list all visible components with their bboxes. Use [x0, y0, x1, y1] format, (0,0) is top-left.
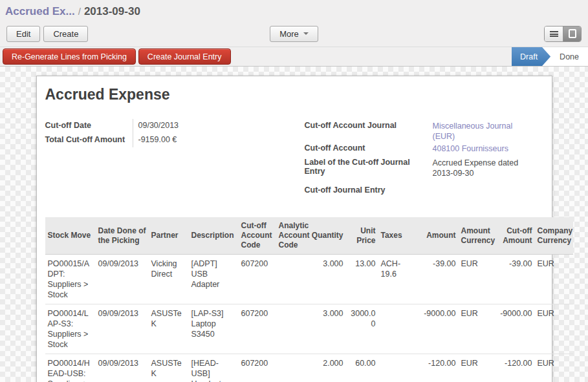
toolbar: Edit Create More: [0, 21, 588, 47]
table-cell: [276, 354, 309, 382]
table-cell: [276, 304, 309, 354]
table-row[interactable]: PO00014/HEAD-USB: Suppliers > Stock09/09…: [45, 354, 573, 382]
column-header[interactable]: Cut-off Account Code: [239, 217, 276, 255]
form-sheet: Accrued Expense Cut-off Date09/30/2013To…: [36, 76, 552, 382]
column-header[interactable]: Company Currency: [535, 217, 573, 255]
chevron-down-icon: [303, 32, 309, 35]
table-cell: 09/09/2013: [96, 304, 149, 354]
field-value: Accrued Expense dated 2013-09-30: [433, 156, 530, 178]
status-done[interactable]: Done: [550, 47, 588, 66]
form-view-button[interactable]: [563, 27, 581, 41]
table-cell: ASUSTeK: [149, 354, 189, 382]
table-cell: 2.000: [309, 354, 346, 382]
toolbar-right: [544, 26, 582, 42]
field-label: Label of the Cut-off Journal Entry: [305, 156, 433, 178]
table-cell: EUR: [459, 354, 496, 382]
table-cell: -9000.00: [496, 304, 535, 354]
table-cell: 3.000: [309, 255, 346, 304]
page-title: Accrued Expense: [45, 86, 552, 103]
table-cell: 607200: [239, 255, 276, 304]
status-draft[interactable]: Draft: [512, 47, 550, 66]
field-label: Cut-off Account Journal: [305, 119, 433, 142]
table-cell: [378, 304, 417, 354]
table-cell: ASUSTeK: [149, 304, 189, 354]
table-cell: 3000.00: [346, 304, 378, 354]
field-groups: Cut-off Date09/30/2013Total Cut-off Amou…: [45, 119, 552, 198]
table-cell: Vicking Direct: [149, 255, 189, 304]
field-label: Cut-off Date: [45, 119, 133, 133]
field-row: Cut-off Account JournalMiscellaneous Jou…: [305, 119, 552, 142]
field-label: Cut-off Journal Entry: [305, 184, 433, 198]
field-value: 09/30/2013: [133, 119, 294, 133]
field-row: Total Cut-off Amount-9159.00 €: [45, 133, 294, 147]
field-row: Cut-off Account408100 Fournisseurs: [305, 142, 552, 156]
table-cell: -9000.00: [417, 304, 459, 354]
breadcrumb-current: 2013-09-30: [84, 5, 140, 17]
column-header[interactable]: Unit Price: [346, 217, 378, 255]
list-view-button[interactable]: [545, 27, 563, 41]
table-cell: 607200: [239, 354, 276, 382]
table-cell: [ADPT] USB Adapter: [189, 255, 239, 304]
table-cell: 607200: [239, 304, 276, 354]
toolbar-center: More: [0, 26, 588, 42]
table-cell: EUR: [535, 255, 573, 304]
table-cell: [HEAD-USB] Headset USB: [189, 354, 239, 382]
table-cell: EUR: [459, 255, 496, 304]
table-cell: -120.00: [417, 354, 459, 382]
column-header[interactable]: Amount Currency: [459, 217, 496, 255]
breadcrumb-separator: /: [78, 6, 81, 17]
column-header[interactable]: Quantity: [309, 217, 346, 255]
table-cell: 09/09/2013: [96, 255, 149, 304]
field-value-link[interactable]: 408100 Fournisseurs: [433, 142, 530, 156]
table-row[interactable]: PO00014/LAP-S3: Suppliers > Stock09/09/2…: [45, 304, 573, 354]
table-cell: 13.00: [346, 255, 378, 304]
field-value: -9159.00 €: [133, 133, 294, 147]
table-cell: 3.000: [309, 304, 346, 354]
table-cell: -39.00: [496, 255, 535, 304]
column-header[interactable]: Amount: [417, 217, 459, 255]
field-label: Cut-off Account: [305, 142, 433, 156]
regenerate-lines-button[interactable]: Re-Generate Lines from Picking: [3, 48, 136, 65]
table-cell: ACH-19.6: [378, 255, 417, 304]
table-cell: [378, 354, 417, 382]
statusbar: Draft Done: [512, 47, 588, 66]
more-button[interactable]: More: [270, 26, 318, 42]
column-header[interactable]: Partner: [149, 217, 189, 255]
content-area: Accrued Expense Cut-off Date09/30/2013To…: [0, 67, 588, 382]
table-cell: EUR: [459, 304, 496, 354]
table-cell: EUR: [535, 354, 573, 382]
column-header[interactable]: Description: [189, 217, 239, 255]
table-cell: [LAP-S3] Laptop S3450: [189, 304, 239, 354]
table-cell: PO00014/LAP-S3: Suppliers > Stock: [45, 304, 96, 354]
table-cell: PO00015/ADPT: Suppliers > Stock: [45, 255, 96, 304]
table-cell: 60.00: [346, 354, 378, 382]
table-row[interactable]: PO00015/ADPT: Suppliers > Stock09/09/201…: [45, 255, 573, 304]
field-value-link[interactable]: Miscellaneous Journal (EUR): [433, 119, 530, 142]
breadcrumb-parent[interactable]: Accrued Ex...: [5, 5, 75, 17]
field-row: Cut-off Date09/30/2013: [45, 119, 294, 133]
table-cell: PO00014/HEAD-USB: Suppliers > Stock: [45, 354, 96, 382]
table-cell: -39.00: [417, 255, 459, 304]
column-header[interactable]: Stock Move: [45, 217, 96, 255]
field-label: Total Cut-off Amount: [45, 133, 133, 147]
view-switcher: [544, 26, 582, 42]
column-header[interactable]: Date Done of the Picking: [96, 217, 149, 255]
column-header[interactable]: Taxes: [378, 217, 417, 255]
field-row: Cut-off Journal Entry: [305, 184, 552, 198]
field-group-right: Cut-off Account JournalMiscellaneous Jou…: [305, 119, 552, 198]
form-view-icon: [569, 29, 576, 38]
list-view-icon: [550, 31, 558, 37]
more-button-label: More: [279, 29, 299, 39]
lines-table-wrap: Stock MoveDate Done of the PickingPartne…: [45, 217, 573, 382]
action-bar: Re-Generate Lines from Picking Create Jo…: [0, 47, 588, 67]
table-cell: -120.00: [496, 354, 535, 382]
table-cell: [276, 255, 309, 304]
column-header[interactable]: Analytic Account Code: [276, 217, 309, 255]
breadcrumb: Accrued Ex.../2013-09-30: [0, 0, 588, 21]
create-journal-entry-button[interactable]: Create Journal Entry: [138, 48, 231, 65]
table-header-row: Stock MoveDate Done of the PickingPartne…: [45, 217, 573, 255]
table-cell: 09/09/2013: [96, 354, 149, 382]
screen: Accrued Ex.../2013-09-30 Edit Create Mor…: [0, 0, 588, 382]
column-header[interactable]: Cut-off Amount: [496, 217, 535, 255]
lines-table: Stock MoveDate Done of the PickingPartne…: [45, 217, 573, 382]
